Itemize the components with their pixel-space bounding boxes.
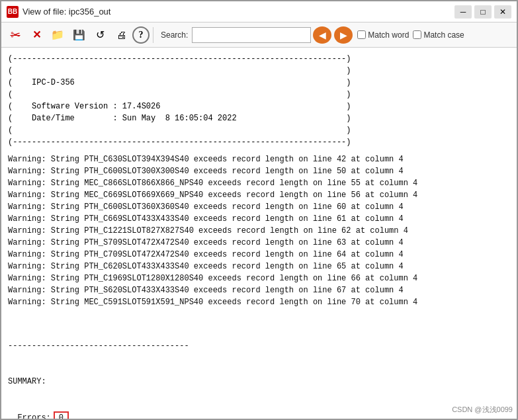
toolbar-separator — [153, 27, 153, 43]
cut-button[interactable]: ✂ — [5, 26, 25, 44]
close-file-button[interactable]: ✕ — [26, 26, 46, 44]
help-icon: ? — [139, 30, 144, 40]
match-word-checkbox[interactable] — [357, 30, 366, 39]
title-bar-controls: ─ □ ✕ — [454, 5, 511, 19]
print-button[interactable]: 🖨 — [111, 26, 131, 44]
match-case-checkbox[interactable] — [413, 30, 421, 39]
watermark: CSDN @浅浅0099 — [452, 405, 513, 415]
search-next-button[interactable]: ▶ — [334, 26, 353, 44]
refresh-button[interactable]: ↺ — [90, 26, 110, 44]
close-button[interactable]: ✕ — [494, 5, 511, 19]
save-button[interactable]: 💾 — [69, 26, 89, 44]
content-area[interactable]: (---------------------------------------… — [1, 48, 517, 419]
errors-value: 0 — [54, 411, 69, 419]
refresh-icon: ↺ — [96, 28, 105, 41]
help-button[interactable]: ? — [132, 26, 150, 44]
errors-label: Errors: — [8, 412, 51, 419]
warning-lines: Warning: String PTH_C630SLOT394X394S40 e… — [8, 153, 510, 308]
match-word-text: Match word — [368, 30, 409, 40]
title-bar-left: BB View of file: ipc356_out — [7, 6, 110, 18]
close-file-icon: ✕ — [32, 28, 41, 41]
match-word-label[interactable]: Match word — [357, 30, 409, 40]
match-case-label[interactable]: Match case — [413, 30, 464, 40]
app-icon: BB — [7, 6, 19, 18]
window-title: View of file: ipc356_out — [22, 7, 110, 17]
header-box: (---------------------------------------… — [8, 53, 510, 148]
toolbar: ✂ ✕ 📁 💾 ↺ 🖨 ? Search: ◀ ▶ Match word Mat… — [1, 22, 517, 48]
maximize-button[interactable]: □ — [474, 5, 492, 19]
save-icon: 💾 — [73, 29, 85, 41]
search-input[interactable] — [192, 27, 311, 43]
separator-line: -------------------------------------- — [8, 340, 510, 352]
title-bar: BB View of file: ipc356_out ─ □ ✕ — [1, 1, 517, 22]
minimize-button[interactable]: ─ — [454, 5, 472, 19]
search-label: Search: — [161, 30, 188, 40]
app-icon-text: BB — [8, 8, 17, 15]
cut-icon: ✂ — [11, 28, 21, 42]
summary-section: -------------------------------------- S… — [8, 316, 510, 419]
search-prev-button[interactable]: ◀ — [313, 26, 331, 44]
folder-icon: 📁 — [51, 28, 64, 41]
open-button[interactable]: 📁 — [48, 26, 67, 44]
print-icon: 🖨 — [116, 29, 126, 40]
match-case-text: Match case — [423, 30, 464, 40]
errors-line: Errors: 0 — [8, 411, 510, 419]
summary-label: SUMMARY: — [8, 376, 510, 388]
